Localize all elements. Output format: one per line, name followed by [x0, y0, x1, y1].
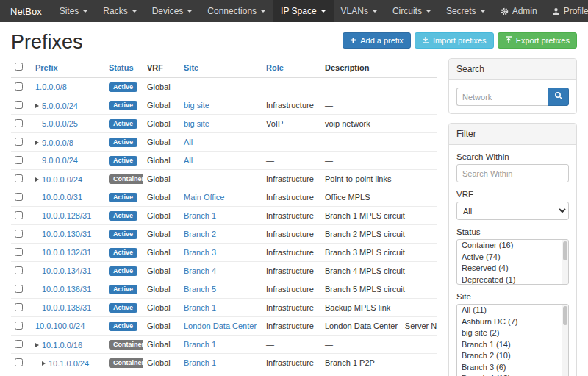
status-badge: Active — [109, 230, 137, 239]
row-checkbox[interactable] — [15, 248, 23, 256]
multiselect-option[interactable]: Ashburn DC (7) — [457, 316, 568, 328]
col-header-prefix[interactable]: Prefix — [35, 63, 58, 72]
prefix-link[interactable]: 10.0.0.0/24 — [42, 175, 82, 184]
site-link[interactable]: Branch 2 — [184, 230, 216, 238]
row-checkbox[interactable] — [15, 211, 23, 219]
row-checkbox[interactable] — [15, 285, 23, 293]
multiselect-option[interactable]: Branch 3 (6) — [457, 362, 568, 374]
row-checkbox[interactable] — [15, 193, 23, 201]
nav-item-connections[interactable]: Connections — [200, 0, 273, 22]
site-link[interactable]: Branch 1 — [184, 211, 216, 220]
prefix-link[interactable]: 10.0.0.132/31 — [42, 248, 91, 257]
prefix-link[interactable]: 10.0.0.130/31 — [42, 230, 91, 238]
site-link[interactable]: big site — [184, 119, 209, 128]
row-checkbox[interactable] — [15, 358, 23, 366]
multiselect-option[interactable]: Branch 4 (12) — [457, 373, 568, 376]
prefix-link[interactable]: 10.0.0.134/31 — [42, 266, 91, 275]
add-prefix-button[interactable]: Add a prefix — [343, 32, 411, 49]
description-cell: Branch 5 MPLS circuit — [321, 280, 437, 299]
multiselect-option[interactable]: Reserved (4) — [457, 263, 568, 274]
row-checkbox[interactable] — [15, 174, 23, 182]
nav-item-secrets[interactable]: Secrets — [439, 0, 493, 22]
multiselect-option[interactable]: Active (74) — [457, 252, 568, 263]
expand-arrow-icon[interactable] — [35, 343, 39, 347]
site-link[interactable]: All — [184, 156, 193, 165]
site-link[interactable]: Branch 3 — [184, 248, 216, 257]
row-checkbox[interactable] — [15, 119, 23, 127]
app-brand[interactable]: NetBox — [0, 0, 52, 22]
multiselect-option[interactable]: All (11) — [457, 305, 568, 316]
site-multiselect[interactable]: All (11)Ashburn DC (7)big site (2)Branch… — [456, 304, 569, 376]
import-prefixes-button[interactable]: Import prefixes — [415, 32, 494, 49]
nav-item-devices[interactable]: Devices — [145, 0, 201, 22]
row-checkbox[interactable] — [15, 303, 23, 311]
multiselect-option[interactable]: Branch 2 (10) — [457, 350, 568, 362]
site-link[interactable]: Main Office — [184, 193, 224, 202]
expand-arrow-icon[interactable] — [35, 104, 39, 108]
prefix-link[interactable]: 10.1.0.0/24 — [49, 359, 89, 368]
role-cell: Infrastructure — [262, 354, 321, 372]
table-row: 10.0.0.130/31ActiveGlobalBranch 2Infrast… — [11, 225, 437, 244]
scrollbar[interactable] — [562, 240, 568, 284]
admin-link[interactable]: Admin — [493, 0, 545, 22]
search-button[interactable] — [548, 88, 569, 106]
row-checkbox[interactable] — [15, 340, 23, 348]
site-cell: All — [180, 152, 262, 170]
chevron-down-icon — [480, 10, 486, 13]
prefix-link[interactable]: 10.0.0.128/31 — [42, 211, 91, 220]
expand-arrow-icon[interactable] — [35, 177, 39, 182]
prefix-link[interactable]: 10.1.0.0/16 — [42, 341, 82, 350]
prefix-link[interactable]: 1.0.0.0/8 — [35, 82, 67, 91]
prefix-link[interactable]: 10.0.100.0/24 — [35, 322, 85, 330]
row-checkbox[interactable] — [15, 230, 23, 238]
row-checkbox[interactable] — [15, 82, 23, 91]
prefix-link[interactable]: 9.0.0.0/24 — [42, 156, 78, 165]
status-badge: Active — [109, 156, 137, 166]
site-link[interactable]: All — [184, 138, 193, 146]
profile-link[interactable]: Profile — [545, 0, 588, 22]
nav-item-vlans[interactable]: VLANs — [334, 0, 385, 22]
status-multiselect[interactable]: Container (16)Active (74)Reserved (4)Dep… — [456, 239, 569, 285]
site-link[interactable]: Branch 1 — [184, 303, 216, 312]
expand-arrow-icon[interactable] — [35, 141, 39, 145]
col-header-status[interactable]: Status — [109, 63, 134, 72]
row-checkbox[interactable] — [15, 138, 23, 146]
vrf-select[interactable]: All — [456, 202, 569, 220]
col-header-site[interactable]: Site — [184, 63, 198, 72]
prefix-link[interactable]: 10.0.0.138/31 — [42, 303, 91, 312]
row-checkbox[interactable] — [15, 266, 23, 274]
prefix-link[interactable]: 5.0.0.0/25 — [42, 119, 78, 128]
scrollbar[interactable] — [562, 305, 568, 376]
site-link[interactable]: big site — [184, 101, 209, 110]
prefix-link[interactable]: 10.0.0.136/31 — [42, 285, 91, 294]
expand-arrow-icon[interactable] — [42, 361, 46, 366]
multiselect-option[interactable]: Branch 1 (14) — [457, 339, 568, 351]
multiselect-option[interactable]: Deprecated (1) — [457, 274, 568, 285]
row-checkbox[interactable] — [15, 156, 23, 164]
export-prefixes-button[interactable]: Export prefixes — [498, 32, 577, 49]
row-checkbox[interactable] — [15, 322, 23, 330]
status-cell: Active — [105, 207, 143, 225]
nav-item-ip-space[interactable]: IP Space — [273, 0, 333, 22]
site-link[interactable]: Branch 4 — [184, 266, 216, 275]
select-all-checkbox[interactable] — [15, 63, 23, 71]
status-cell: Active — [105, 188, 143, 207]
status-badge: Active — [109, 119, 137, 129]
search-within-input[interactable] — [456, 164, 569, 182]
multiselect-option[interactable]: Container (16) — [457, 240, 568, 252]
multiselect-option[interactable]: big site (2) — [457, 327, 568, 339]
site-link[interactable]: Branch 1 — [184, 340, 216, 349]
prefix-link[interactable]: 5.0.0.0/24 — [42, 102, 78, 110]
row-checkbox[interactable] — [15, 101, 23, 109]
nav-item-circuits[interactable]: Circuits — [385, 0, 439, 22]
prefix-link[interactable]: 10.0.0.0/31 — [42, 193, 82, 202]
search-input[interactable] — [456, 88, 548, 106]
col-header-role[interactable]: Role — [266, 63, 284, 72]
nav-item-sites[interactable]: Sites — [52, 0, 96, 22]
site-link[interactable]: Branch 1 — [184, 358, 216, 367]
site-link[interactable]: London Data Center — [184, 322, 257, 330]
nav-item-racks[interactable]: Racks — [96, 0, 144, 22]
filter-panel: Filter Search Within VRF All Status Cont… — [448, 123, 577, 376]
site-link[interactable]: Branch 5 — [184, 285, 216, 294]
prefix-link[interactable]: 9.0.0.0/8 — [42, 138, 74, 147]
